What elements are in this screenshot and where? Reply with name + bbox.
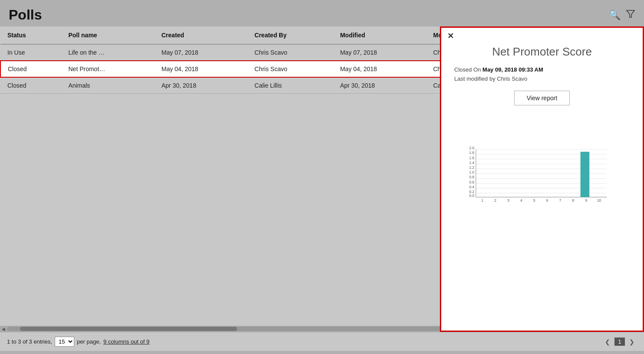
close-icon[interactable]: ✕ — [447, 32, 454, 40]
cell-row1-col4: May 04, 2018 — [333, 61, 426, 77]
footer-left: 1 to 3 of 3 entries, 15 25 50 per page, … — [7, 337, 149, 347]
detail-title: Net Promoter Score — [454, 45, 630, 59]
detail-body: Net Promoter Score Closed On May 09, 201… — [441, 28, 643, 331]
cell-row2-col4: Apr 30, 2018 — [333, 77, 426, 94]
next-page-arrow[interactable]: ❯ — [627, 338, 637, 346]
cell-row1-col3: Chris Scavo — [248, 61, 333, 77]
chart-area: 0.0 0.2 0.4 0.6 0.8 1.0 1.2 1.4 1.6 1.8 … — [463, 114, 621, 205]
detail-panel: ✕ Net Promoter Score Closed On May 09, 2… — [440, 26, 644, 332]
svg-text:4: 4 — [520, 198, 522, 203]
entries-text: 1 to 3 of 3 entries, — [7, 338, 52, 345]
cell-row0-col4: May 07, 2018 — [333, 44, 426, 61]
svg-text:0.0: 0.0 — [469, 193, 474, 198]
svg-text:2.0: 2.0 — [469, 146, 474, 150]
svg-text:1.8: 1.8 — [469, 151, 474, 155]
cell-row1-col1: Net Promot… — [61, 61, 154, 77]
page-title: Polls — [9, 7, 42, 23]
col-created-by: Created By — [248, 26, 333, 44]
svg-text:1.2: 1.2 — [469, 165, 474, 170]
view-report-button[interactable]: View report — [514, 91, 570, 105]
per-page-label: per page, — [77, 338, 101, 345]
col-status: Status — [0, 26, 61, 44]
svg-text:1: 1 — [481, 198, 483, 203]
col-modified: Modified — [333, 26, 426, 44]
svg-text:3: 3 — [507, 198, 509, 203]
scrollbar-thumb[interactable] — [20, 327, 237, 331]
main-content: Status Poll name Created Created By Modi… — [0, 26, 644, 351]
cell-row2-col2: Apr 30, 2018 — [155, 77, 248, 94]
svg-text:0.6: 0.6 — [469, 180, 474, 184]
cell-row0-col1: Life on the … — [61, 44, 154, 61]
table-footer: 1 to 3 of 3 entries, 15 25 50 per page, … — [0, 332, 644, 351]
svg-text:7: 7 — [559, 198, 561, 203]
detail-last-modified: Last modified by Chris Scavo — [454, 75, 630, 82]
svg-text:0.8: 0.8 — [469, 175, 474, 179]
current-page[interactable]: 1 — [614, 338, 625, 346]
closed-date: May 09, 2018 09:33 AM — [482, 66, 543, 73]
header-icons: 🔍 — [609, 9, 635, 21]
svg-text:8: 8 — [572, 198, 575, 203]
cell-row0-col3: Chris Scavo — [248, 44, 333, 61]
svg-text:1.4: 1.4 — [469, 161, 474, 165]
cell-row2-col1: Animals — [61, 77, 154, 94]
svg-text:9: 9 — [585, 198, 587, 203]
svg-text:0.2: 0.2 — [469, 190, 474, 194]
bar-chart: 0.0 0.2 0.4 0.6 0.8 1.0 1.2 1.4 1.6 1.8 … — [463, 114, 621, 203]
svg-text:2: 2 — [494, 198, 496, 203]
svg-text:10: 10 — [597, 198, 601, 203]
svg-text:5: 5 — [533, 198, 535, 203]
detail-closed-on: Closed On May 09, 2018 09:33 AM — [454, 66, 630, 73]
per-page-select[interactable]: 15 25 50 — [55, 337, 74, 347]
page-header: Polls 🔍 — [0, 0, 644, 26]
cell-row0-col0: In Use — [0, 44, 61, 61]
svg-marker-0 — [627, 10, 634, 17]
col-poll-name: Poll name — [61, 26, 154, 44]
closed-label: Closed On — [454, 66, 481, 73]
pagination: ❮ 1 ❯ — [602, 338, 637, 346]
cell-row0-col2: May 07, 2018 — [155, 44, 248, 61]
cell-row2-col3: Calie Lillis — [248, 77, 333, 94]
search-icon[interactable]: 🔍 — [609, 10, 621, 21]
columns-link[interactable]: 9 columns out of 9 — [103, 338, 149, 345]
svg-text:1.0: 1.0 — [469, 170, 474, 174]
scroll-left-arrow[interactable]: ◀ — [0, 326, 7, 332]
cell-row2-col0: Closed — [0, 77, 61, 94]
cell-row1-col0: Closed — [0, 61, 61, 77]
col-created: Created — [155, 26, 248, 44]
svg-text:1.6: 1.6 — [469, 156, 474, 160]
cell-row1-col2: May 04, 2018 — [155, 61, 248, 77]
prev-page-arrow[interactable]: ❮ — [602, 338, 613, 346]
bar-9 — [581, 152, 590, 197]
filter-icon[interactable] — [626, 9, 635, 21]
svg-text:6: 6 — [546, 198, 548, 203]
svg-text:0.4: 0.4 — [469, 185, 474, 189]
